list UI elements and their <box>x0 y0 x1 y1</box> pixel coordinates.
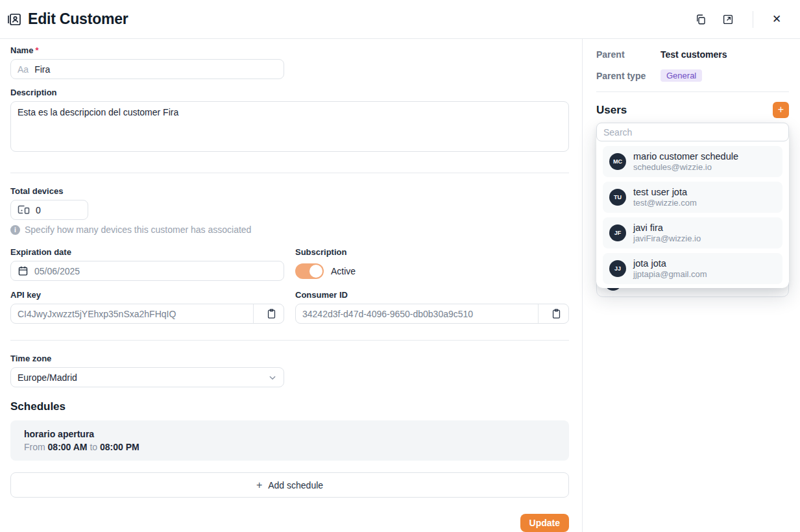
section-divider <box>10 173 569 173</box>
subscription-status: Active <box>331 266 356 276</box>
user-email: schedules@wizzie.io <box>633 162 738 172</box>
total-devices-value: 0 <box>36 205 41 215</box>
user-name: mario customer schedule <box>633 151 738 162</box>
info-icon: i <box>10 225 20 235</box>
user-name: jota jota <box>633 258 707 269</box>
expiration-date-label: Expiration date <box>10 247 284 257</box>
avatar: TU <box>609 189 626 206</box>
header: Edit Customer ✕ <box>0 0 800 39</box>
section-divider <box>10 340 569 341</box>
time-zone-label: Time zone <box>10 354 569 363</box>
add-user-button[interactable]: + <box>773 102 789 118</box>
chevron-down-icon <box>268 373 277 382</box>
consumer-id-copy-button[interactable] <box>544 304 568 323</box>
customer-sidebar: Parent Test customers Parent type Genera… <box>582 39 800 532</box>
total-devices-help: i Specify how many devices this customer… <box>10 224 569 235</box>
close-button[interactable]: ✕ <box>768 10 786 29</box>
consumer-id-field: 34242d3f-d47d-4096-9650-db0b30a9c510 <box>295 304 569 324</box>
parent-type-badge: General <box>661 69 702 82</box>
parent-type-label: Parent type <box>596 71 661 81</box>
user-email: javiFira@wizzie.io <box>633 234 701 243</box>
schedule-time-range: From 08:00 AM to 08:00 PM <box>24 442 555 452</box>
parent-value: Test customers <box>661 49 727 60</box>
consumer-id-label: Consumer ID <box>295 290 569 300</box>
time-zone-value: Europe/Madrid <box>18 372 77 383</box>
users-panel: schedules@wizzie.io MC mario customer sc… <box>596 123 789 297</box>
schedule-item[interactable]: horario apertura From 08:00 AM to 08:00 … <box>10 420 569 461</box>
user-name: test user jota <box>633 187 697 198</box>
subscription-toggle[interactable] <box>295 263 324 279</box>
description-textarea[interactable]: Esta es la descripcion del customer Fira <box>10 101 569 152</box>
user-email: jjptapia@gmail.com <box>633 269 707 279</box>
schedule-name: horario apertura <box>24 429 555 439</box>
copy-button[interactable] <box>692 10 710 29</box>
subscription-label: Subscription <box>295 247 569 257</box>
required-asterisk: * <box>35 45 38 55</box>
time-zone-select[interactable]: Europe/Madrid <box>10 367 284 387</box>
user-option[interactable]: TU test user jota test@wizzie.com <box>603 182 782 213</box>
parent-label: Parent <box>596 49 661 60</box>
user-email: test@wizzie.com <box>633 198 697 208</box>
api-key-copy-button[interactable] <box>260 304 284 323</box>
user-option[interactable]: JF javi fira javiFira@wizzie.io <box>603 217 782 248</box>
user-name: javi fira <box>633 223 701 234</box>
expiration-date-value: 05/06/2025 <box>34 266 80 276</box>
schedules-heading: Schedules <box>10 400 569 413</box>
name-value: Fira <box>34 64 50 75</box>
expiration-date-field[interactable]: 05/06/2025 <box>10 261 284 281</box>
open-in-new-button[interactable] <box>719 10 737 29</box>
edit-customer-form: Name* Aa Fira Description Esta es la des… <box>0 39 582 532</box>
calendar-icon <box>18 265 29 276</box>
user-option[interactable]: MC mario customer schedule schedules@wiz… <box>603 146 782 177</box>
plus-icon: + <box>778 104 784 115</box>
contact-card-icon <box>6 12 22 27</box>
total-devices-field[interactable]: 0 <box>10 200 88 220</box>
avatar: MC <box>609 153 626 170</box>
users-search-input[interactable] <box>596 123 789 141</box>
toggle-knob <box>309 265 322 278</box>
avatar: JJ <box>609 260 626 277</box>
api-key-value: CI4JwyJxwzzt5jYEhxp35nSxa2hFHqIQ <box>18 309 247 319</box>
consumer-id-value: 34242d3f-d47d-4096-9650-db0b30a9c510 <box>302 309 532 319</box>
name-label: Name* <box>10 45 569 55</box>
sidebar-divider <box>596 91 789 92</box>
plus-icon: + <box>256 479 262 491</box>
header-divider <box>753 11 753 28</box>
description-label: Description <box>10 88 569 97</box>
text-format-icon: Aa <box>18 64 29 75</box>
api-key-field: CI4JwyJxwzzt5jYEhxp35nSxa2hFHqIQ <box>10 304 284 324</box>
users-heading: Users <box>596 104 627 117</box>
api-key-label: API key <box>10 290 284 300</box>
page-title: Edit Customer <box>28 10 128 28</box>
close-icon: ✕ <box>772 14 781 25</box>
users-search-dropdown: MC mario customer schedule schedules@wiz… <box>596 123 789 288</box>
add-schedule-button[interactable]: + Add schedule <box>10 472 569 498</box>
update-button[interactable]: Update <box>520 514 569 532</box>
avatar: JF <box>609 224 626 241</box>
edit-customer-window: Edit Customer ✕ <box>0 0 800 532</box>
user-option[interactable]: JJ jota jota jjptapia@gmail.com <box>603 253 782 284</box>
total-devices-label: Total devices <box>10 186 569 196</box>
name-field[interactable]: Aa Fira <box>10 59 284 79</box>
devices-icon <box>18 205 30 215</box>
